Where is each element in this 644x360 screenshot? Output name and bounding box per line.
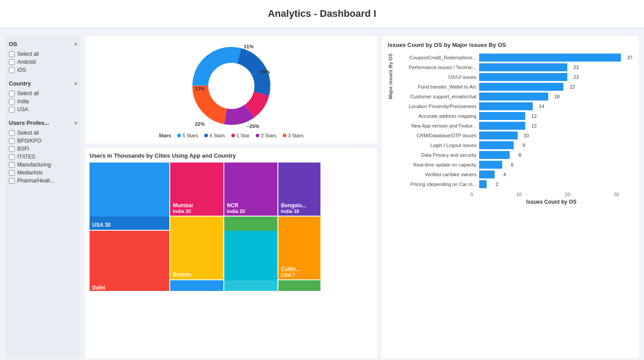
users-manufacturing-checkbox[interactable] bbox=[9, 162, 15, 168]
sidebar: OS ∨ Select all Android iOS Country ∨ bbox=[5, 36, 81, 358]
users-filter-header[interactable]: Users Profes... ∨ bbox=[9, 120, 77, 126]
bar-track: 12 bbox=[479, 122, 632, 130]
os-ios[interactable]: iOS bbox=[9, 66, 77, 74]
bar-track: 18 bbox=[479, 93, 632, 101]
treemap-cell: DelhiIndia 25 bbox=[90, 231, 169, 291]
bar-fill: 37 bbox=[479, 54, 621, 62]
bar-value-label: 14 bbox=[539, 104, 544, 109]
center-panel: 29% 13% 22% 11% –25% Stars 5 Stars bbox=[85, 36, 377, 358]
bar-track: 6 bbox=[479, 161, 632, 169]
users-select-all-checkbox[interactable] bbox=[9, 130, 15, 136]
os-select-all-label: Select all bbox=[17, 51, 39, 57]
bar-label: Location Proximity/Preciseness bbox=[397, 104, 476, 109]
os-android-label: Android bbox=[17, 59, 35, 65]
country-usa-checkbox[interactable] bbox=[9, 107, 15, 112]
x-axis-tick: 10 bbox=[516, 192, 522, 197]
bar-value-label: 23 bbox=[574, 74, 579, 80]
os-android-checkbox[interactable] bbox=[9, 59, 15, 65]
bar-track: 10 bbox=[479, 132, 632, 139]
bar-value-label: 12 bbox=[531, 123, 537, 128]
os-chevron-icon: ∨ bbox=[74, 42, 77, 46]
users-manufacturing[interactable]: Manufacturing bbox=[9, 161, 77, 169]
treemap-cell: MumbaiIndia 20 bbox=[170, 163, 223, 216]
treemap-cell: Boston bbox=[170, 217, 223, 279]
bar-label: Data Privacy and security bbox=[397, 152, 476, 158]
bar-track: 23 bbox=[479, 63, 632, 71]
bar-label: UX/UI issues bbox=[397, 74, 476, 80]
users-pharma[interactable]: Pharma/Healt... bbox=[9, 177, 77, 185]
bar-fill: 4 bbox=[479, 170, 495, 178]
country-india-label: India bbox=[17, 98, 29, 105]
bar-track: 23 bbox=[479, 73, 632, 81]
legend-2stars: 2 Stars bbox=[256, 133, 277, 138]
users-filter-label: Users Profes... bbox=[9, 120, 49, 126]
bar-row: Coupon/Credit_Redemptions...37 bbox=[397, 54, 632, 62]
bar-row: Accurate address mapping12 bbox=[397, 112, 632, 120]
os-select-all-checkbox[interactable] bbox=[9, 51, 15, 57]
country-india[interactable]: India bbox=[9, 97, 77, 105]
users-bpo-checkbox[interactable] bbox=[9, 138, 15, 144]
svg-line-11 bbox=[209, 120, 215, 124]
bar-row: UX/UI issues23 bbox=[397, 73, 632, 81]
bar-row: Verified car/bike owners4 bbox=[397, 170, 632, 178]
treemap-city: Kochin bbox=[227, 290, 275, 291]
treemap-cell: Kochin bbox=[224, 280, 277, 291]
treemap-city: NCR bbox=[227, 202, 275, 209]
country-select-all-checkbox[interactable] bbox=[9, 91, 15, 97]
bar-chart-title: Issues Count by OS by Major issues By OS bbox=[388, 42, 632, 48]
users-ites-checkbox[interactable] bbox=[9, 154, 15, 160]
os-ios-checkbox[interactable] bbox=[9, 67, 15, 73]
users-bsfi-checkbox[interactable] bbox=[9, 146, 15, 152]
bar-label: Login / Logout issues bbox=[397, 143, 476, 148]
bar-label: CRM/Database/OTP issues bbox=[397, 133, 476, 138]
bar-track: 2 bbox=[479, 180, 632, 188]
bar-label: Accurate address mapping bbox=[397, 113, 476, 119]
bar-value-label: 8 bbox=[519, 152, 521, 158]
country-usa[interactable]: USA bbox=[9, 105, 77, 113]
svg-text:22%: 22% bbox=[195, 121, 205, 127]
users-select-all[interactable]: Select all bbox=[9, 129, 77, 137]
os-select-all[interactable]: Select all bbox=[9, 50, 77, 58]
bar-track: 12 bbox=[479, 112, 632, 120]
x-axis-title: Issues Count by OS bbox=[470, 199, 632, 205]
bar-label: Verified car/bike owners bbox=[397, 172, 476, 177]
country-select-all-label: Select all bbox=[17, 90, 39, 97]
users-ites[interactable]: IT/ITES bbox=[9, 153, 77, 161]
os-android[interactable]: Android bbox=[9, 58, 77, 66]
legend-stars-label: Stars bbox=[159, 133, 171, 138]
treemap-city: Mumbai bbox=[173, 202, 221, 209]
legend-1star: 1 Star bbox=[231, 133, 250, 138]
users-chevron-icon: ∨ bbox=[74, 120, 77, 125]
bar-chart-container: Major issues By OS Coupon/Credit_Redempt… bbox=[388, 54, 632, 190]
users-bsfi-label: BSFI bbox=[17, 146, 29, 152]
bar-label: Performance issues / Technic... bbox=[397, 65, 476, 70]
bar-row: New App version and Featur...12 bbox=[397, 122, 632, 130]
country-select-all[interactable]: Select all bbox=[9, 89, 77, 97]
treemap-city: USA 30 bbox=[92, 222, 167, 228]
country-india-checkbox[interactable] bbox=[9, 99, 15, 105]
country-filter-label: Country bbox=[9, 80, 31, 87]
bar-track: 22 bbox=[479, 83, 632, 91]
treemap-country: India 20 bbox=[173, 209, 221, 214]
users-media[interactable]: Media/Arts bbox=[9, 169, 77, 177]
svg-text:11%: 11% bbox=[244, 44, 254, 49]
users-bpo[interactable]: BPO/KPO bbox=[9, 137, 77, 145]
users-bsfi[interactable]: BSFI bbox=[9, 145, 77, 153]
country-filter-header[interactable]: Country ∨ bbox=[9, 80, 77, 87]
treemap-cell: NCRIndia 20 bbox=[224, 163, 277, 216]
treemap-country: India 18 bbox=[281, 209, 318, 214]
right-panel: Issues Count by OS by Major issues By OS… bbox=[382, 36, 639, 358]
x-axis: 0102030 bbox=[470, 192, 632, 197]
users-pharma-checkbox[interactable] bbox=[9, 178, 15, 184]
country-usa-label: USA bbox=[17, 106, 28, 112]
os-filter-header[interactable]: OS ∨ bbox=[9, 41, 77, 47]
bar-label: Pricing (depending on Car m... bbox=[397, 182, 476, 187]
bar-value-label: 2 bbox=[496, 182, 498, 187]
treemap-city: Delhi bbox=[92, 285, 167, 291]
bar-fill: 12 bbox=[479, 112, 525, 120]
treemap-city: USA 15 bbox=[173, 290, 221, 291]
svg-text:13%: 13% bbox=[195, 86, 205, 91]
bar-label: Coupon/Credit_Redemptions... bbox=[397, 55, 476, 60]
users-media-checkbox[interactable] bbox=[9, 170, 15, 176]
bar-label: Customer support_emails/chat bbox=[397, 94, 476, 99]
